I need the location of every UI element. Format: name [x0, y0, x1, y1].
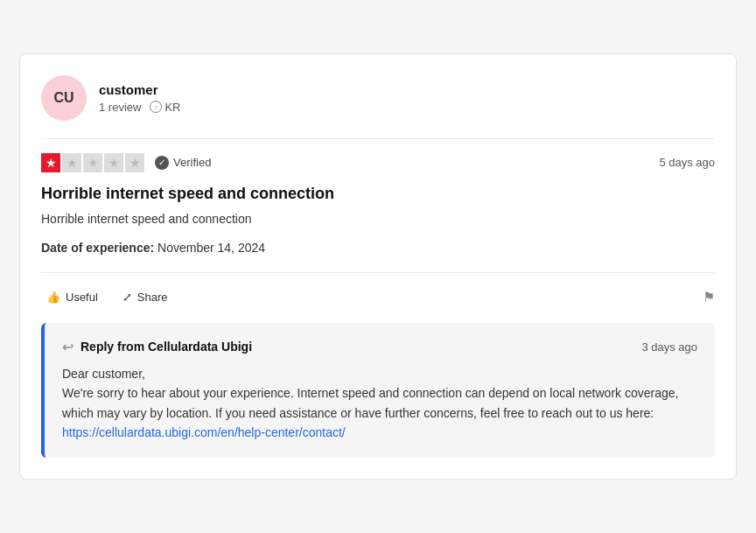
reply-from: ↩ Reply from Cellulardata Ubigi	[62, 339, 252, 355]
flag-icon: ⚑	[703, 290, 715, 305]
date-of-experience: Date of experience: November 14, 2024	[41, 241, 715, 255]
review-time-ago: 5 days ago	[659, 156, 715, 169]
verified-label: Verified	[173, 156, 211, 169]
review-count: 1 review	[99, 101, 141, 114]
reply-link[interactable]: https://cellulardata.ubigi.com/en/help-c…	[62, 425, 346, 439]
rating-row: ★ ★ ★ ★ ★ ✓ Verified 5 days ago	[41, 153, 715, 172]
review-title: Horrible internet speed and connection	[41, 185, 715, 203]
divider-top	[41, 138, 715, 139]
reply-section: ↩ Reply from Cellulardata Ubigi 3 days a…	[41, 323, 715, 459]
star-3: ★	[83, 153, 102, 172]
useful-label: Useful	[66, 291, 98, 304]
reply-body: Dear customer, We're sorry to hear about…	[62, 364, 697, 443]
verified-badge: ✓ Verified	[155, 156, 211, 170]
reply-author: Reply from Cellulardata Ubigi	[80, 340, 252, 354]
date-value: November 14, 2024	[158, 241, 265, 255]
reply-body-line1: Dear customer,	[62, 367, 145, 381]
divider-middle	[41, 272, 715, 273]
rating-left: ★ ★ ★ ★ ★ ✓ Verified	[41, 153, 211, 172]
reviewer-info: customer 1 review ○ KR	[99, 82, 180, 114]
reviewer-meta: 1 review ○ KR	[99, 101, 180, 114]
star-2: ★	[62, 153, 81, 172]
star-1: ★	[41, 153, 60, 172]
star-4: ★	[104, 153, 123, 172]
avatar: CU	[41, 75, 87, 121]
date-label: Date of experience:	[41, 241, 154, 255]
star-5: ★	[125, 153, 144, 172]
reviewer-section: CU customer 1 review ○ KR	[41, 75, 715, 121]
location-code: KR	[164, 101, 180, 114]
thumbs-up-icon: 👍	[46, 291, 60, 304]
actions-left: 👍 Useful ⤢ Share	[41, 287, 173, 307]
review-body: Horrible internet speed and connection	[41, 210, 715, 228]
flag-button[interactable]: ⚑	[703, 289, 715, 305]
reviewer-name: customer	[99, 82, 180, 97]
reply-arrow-icon: ↩	[62, 339, 74, 355]
share-icon: ⤢	[122, 291, 132, 304]
reply-body-line2: We're sorry to hear about your experienc…	[62, 386, 678, 419]
share-label: Share	[137, 291, 168, 304]
review-card: CU customer 1 review ○ KR ★ ★ ★ ★ ★	[19, 53, 737, 480]
location-circle-icon: ○	[150, 101, 162, 113]
reply-header: ↩ Reply from Cellulardata Ubigi 3 days a…	[62, 339, 697, 355]
location-icon: ○ KR	[150, 101, 180, 114]
share-button[interactable]: ⤢ Share	[117, 287, 173, 307]
actions-row: 👍 Useful ⤢ Share ⚑	[41, 287, 715, 307]
useful-button[interactable]: 👍 Useful	[41, 287, 103, 307]
star-rating: ★ ★ ★ ★ ★	[41, 153, 144, 172]
reply-time-ago: 3 days ago	[641, 340, 697, 354]
verified-icon: ✓	[155, 156, 169, 170]
